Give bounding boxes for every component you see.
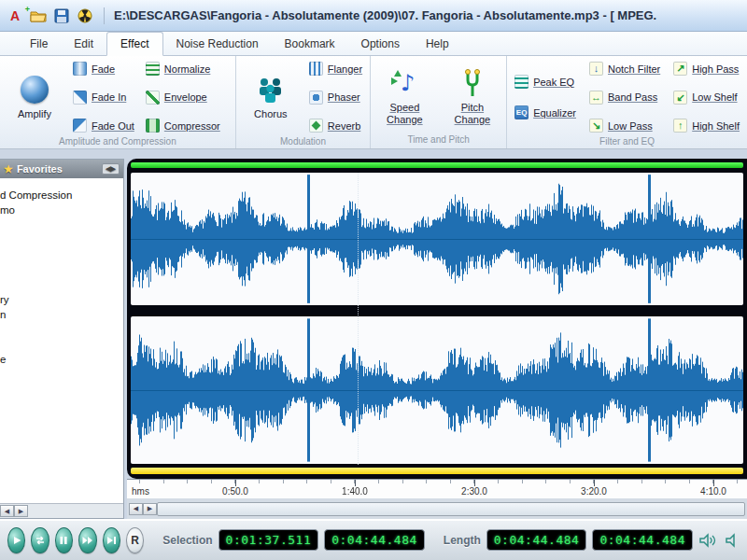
menu-noise-reduction[interactable]: Noise Reduction	[163, 33, 272, 55]
ribbon-group-filter-eq: Peak EQ Equalizer ↓ Notch Filter ↔ Band …	[507, 56, 747, 148]
ribbon-group-amplitude: Amplify Fade Fade In Fade Out	[0, 56, 236, 148]
normalize-icon	[146, 62, 160, 76]
compressor-button[interactable]: Compressor	[146, 119, 220, 133]
ribbon-group-time-pitch: ♪ Speed Change Pitch Change	[371, 56, 507, 148]
playback-cursor[interactable]	[358, 173, 359, 465]
scroll-right-icon[interactable]: ▶	[14, 505, 28, 517]
workspace: ★ Favorites ◀▶ d Compressionmoryne ◀ ▶ h…	[0, 149, 747, 519]
selection-start-display: 0:01:37.511	[218, 529, 319, 551]
favorites-panel: ★ Favorites ◀▶ d Compressionmoryne ◀ ▶	[0, 159, 124, 519]
normalize-button[interactable]: Normalize	[146, 62, 220, 76]
go-to-end-button[interactable]	[103, 527, 120, 553]
loaded-bar	[131, 468, 743, 474]
phaser-button[interactable]: Phaser	[309, 91, 362, 105]
speed-change-icon: ♪	[388, 67, 420, 99]
fade-out-icon	[73, 119, 87, 133]
fade-out-button[interactable]: Fade Out	[73, 119, 134, 133]
scroll-right-icon[interactable]: ▶	[143, 503, 157, 515]
panel-collapse-button[interactable]: ◀▶	[102, 163, 120, 175]
low-pass-button[interactable]: ↘ Low Pass	[589, 119, 660, 133]
favorites-item[interactable]: d Compression	[0, 188, 123, 203]
equalizer-button[interactable]: Equalizer	[514, 105, 576, 119]
horizontal-scrollbar[interactable]: ◀ ▶	[127, 498, 747, 519]
menu-edit[interactable]: Edit	[61, 33, 106, 55]
length-label: Length	[444, 534, 481, 547]
high-pass-button[interactable]: ↗ High Pass	[673, 62, 740, 76]
titlebar-separator	[104, 7, 105, 24]
favorites-item[interactable]	[0, 337, 123, 352]
flanger-icon	[309, 62, 323, 76]
high-shelf-button[interactable]: ↑ High Shelf	[673, 119, 740, 133]
low-shelf-icon: ↙	[673, 91, 687, 105]
waveform-channel-left[interactable]	[131, 173, 743, 305]
svg-text:♪: ♪	[401, 70, 415, 96]
group-label-amplitude: Amplitude and Compression	[0, 134, 235, 148]
ruler-label: 1:40.0	[342, 486, 368, 497]
band-pass-button[interactable]: ↔ Band Pass	[589, 91, 660, 105]
favorites-item[interactable]: e	[0, 352, 123, 367]
menu-file[interactable]: File	[17, 33, 61, 55]
favorites-item[interactable]	[0, 217, 123, 232]
fade-button[interactable]: Fade	[73, 62, 134, 76]
high-pass-icon: ↗	[673, 62, 687, 76]
app-logo-icon: A+	[6, 7, 24, 25]
position-bar	[131, 162, 743, 168]
speaker-loud-icon[interactable]	[698, 533, 717, 548]
ruler-unit-label: hms	[132, 486, 149, 497]
waveform-channel-right[interactable]	[131, 316, 743, 464]
band-pass-icon: ↔	[589, 91, 603, 105]
menu-options[interactable]: Options	[348, 33, 413, 55]
high-shelf-icon: ↑	[673, 119, 687, 133]
fast-forward-button[interactable]	[78, 527, 96, 553]
favorites-item[interactable]	[0, 262, 123, 277]
favorites-item[interactable]: ry	[0, 292, 123, 307]
flanger-button[interactable]: Flanger	[309, 62, 362, 76]
scrollbar-thumb[interactable]	[157, 502, 745, 516]
length-total-display: 0:04:44.484	[486, 529, 587, 551]
favorites-scrollbar[interactable]: ◀ ▶	[0, 503, 123, 518]
pause-button[interactable]	[55, 527, 73, 553]
ruler-label: 3:20.0	[581, 486, 607, 497]
selection-end-display: 0:04:44.484	[324, 529, 425, 551]
waveform-area: hms 0:50.0 1:40.0 2:30.0 3:20.0 4:10.0 ◀…	[127, 159, 747, 519]
star-icon: ★	[4, 163, 13, 175]
favorites-item[interactable]	[0, 232, 123, 247]
time-ruler[interactable]: hms 0:50.0 1:40.0 2:30.0 3:20.0 4:10.0	[127, 479, 747, 498]
menu-bookmark[interactable]: Bookmark	[272, 33, 348, 55]
menu-effect[interactable]: Effect	[106, 32, 162, 56]
chorus-button[interactable]: Chorus	[244, 74, 298, 120]
menu-help[interactable]: Help	[413, 33, 462, 55]
amplify-button[interactable]: Amplify	[7, 74, 62, 120]
equalizer-icon	[514, 105, 529, 119]
peak-eq-icon	[514, 75, 529, 89]
low-shelf-button[interactable]: ↙ Low Shelf	[673, 91, 740, 105]
favorites-item[interactable]	[0, 247, 123, 262]
scroll-left-icon[interactable]: ◀	[129, 503, 143, 515]
ruler-minor-ticks	[127, 480, 747, 483]
open-file-icon[interactable]	[29, 7, 48, 25]
waveform-frame	[127, 159, 747, 479]
favorites-item[interactable]	[0, 277, 123, 292]
fade-in-button[interactable]: Fade In	[73, 91, 134, 105]
envelope-button[interactable]: Envelope	[146, 91, 220, 105]
ruler-label: 4:10.0	[700, 486, 726, 497]
save-icon[interactable]	[52, 7, 71, 25]
favorites-item[interactable]: mo	[0, 203, 123, 217]
favorites-item[interactable]: n	[0, 307, 123, 322]
hazard-icon[interactable]	[76, 7, 94, 25]
scroll-left-icon[interactable]: ◀	[0, 505, 14, 517]
loop-button[interactable]	[31, 527, 49, 553]
favorites-item[interactable]	[0, 322, 123, 337]
play-button[interactable]	[7, 527, 25, 553]
pitch-change-button[interactable]: Pitch Change	[446, 67, 500, 125]
favorites-title: Favorites	[17, 163, 63, 175]
low-pass-icon: ↘	[589, 119, 603, 133]
reverb-icon	[309, 119, 323, 133]
speed-change-button[interactable]: ♪ Speed Change	[378, 67, 431, 125]
notch-filter-button[interactable]: ↓ Notch Filter	[589, 62, 660, 76]
record-button[interactable]: R	[126, 527, 144, 553]
speaker-icon[interactable]	[725, 533, 738, 548]
peak-eq-button[interactable]: Peak EQ	[514, 75, 576, 89]
reverb-button[interactable]: Reverb	[309, 119, 362, 133]
compressor-icon	[146, 119, 160, 133]
